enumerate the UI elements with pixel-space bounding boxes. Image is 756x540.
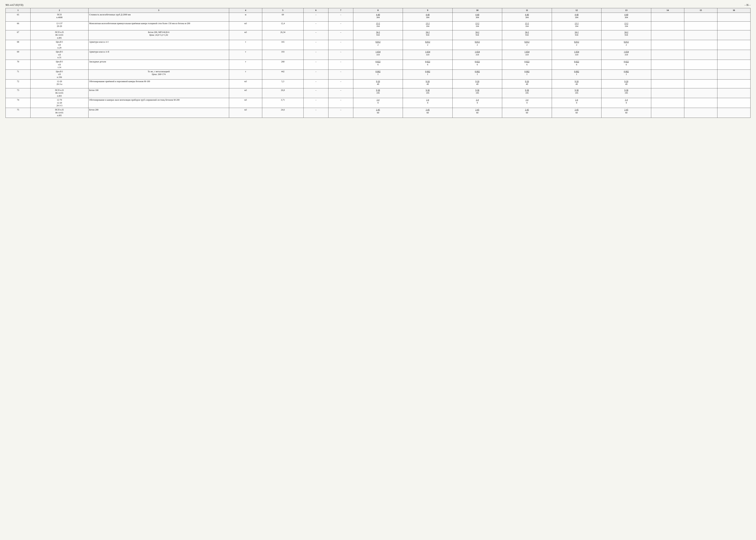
col-header-16: 16 [717,8,750,13]
row-col6: – [304,98,328,108]
row-col5: 165 [262,40,304,50]
row-col6: – [304,79,328,88]
col-header-15: 15 [684,8,717,13]
row-code: Цен.В Iт.IIп.31 [30,50,88,60]
row-desc: То же, с металлизациейЦена: 268+174 [88,69,229,79]
row-col13: 34,2918 [601,30,651,40]
row-col13: 0,0226 [601,60,651,69]
row-col12: 0,002I [552,69,601,79]
row-col16 [717,13,750,21]
row-col8: 2,49 [353,98,403,108]
row-code: ПСП п.I506-14-01п.I05 [30,30,88,40]
row-col7: – [328,50,353,60]
col-header-2: 2 [30,8,88,13]
row-col12: 2,49 [552,98,601,108]
row-col11: 9,2049 [502,79,552,88]
row-col16 [717,60,750,69]
row-col14 [651,30,684,40]
row-col10: 9,2049 [452,79,502,88]
table-row: 68Цен.В Iт.IIп.29Арматура класса А-Iт165… [6,40,750,50]
row-col9: 9,38195 [403,88,452,98]
row-col10: 2,49 [452,98,502,108]
row-num: 75 [6,108,31,118]
row-num: 67 [6,30,31,40]
row-col7: – [328,60,353,69]
table-row: 67ПСП п.I506-14-01п.I05Бетон 200, МРЗ-60… [6,30,750,40]
row-col14 [651,21,684,30]
row-col8: 2,4560 [353,108,403,118]
row-col13: 2,49 [601,98,651,108]
row-col15 [684,69,717,79]
row-col11: 1,654319 [502,50,552,60]
row-desc: Арматура класса А-I [88,40,229,50]
row-col5: 26,34 [262,30,304,40]
row-col14 [651,69,684,79]
row-col5: 24,6 [262,108,304,118]
row-col14 [651,79,684,88]
row-col15 [684,21,717,30]
row-num: 73 [6,88,31,98]
row-unit: т [229,50,262,60]
row-col15 [684,88,717,98]
row-col15 [684,108,717,118]
row-col10: 2,4560 [452,108,502,118]
row-col7: – [328,79,353,88]
row-col13: 1,654319 [601,50,651,60]
row-code: Цен.В Iт.IIт.14 [30,60,88,69]
row-code: Цен.В Iт.IIп.29 [30,40,88,50]
row-col9: 34,2918 [403,30,452,40]
row-col13: 9,2049 [601,79,651,88]
row-col11: 4,40304 [502,13,552,21]
col-header-8: 8 [353,8,403,13]
row-col8: 4,40304 [353,13,403,21]
row-num: 74 [6,98,31,108]
row-col6: – [304,88,328,98]
row-col5: 5,3 [262,79,304,88]
row-col15 [684,13,717,21]
col-header-10: 10 [452,8,502,13]
row-unit: т [229,69,262,79]
row-col15 [684,30,717,40]
row-col10: 1,654319 [452,50,502,60]
row-col16 [717,98,750,108]
row-col16 [717,108,750,118]
table-row: 73ПСП п.I306-14-01п.I03Бетон 100м320,8––… [6,88,750,98]
row-desc: Бетон 200, МРЗ-60,В-6Цена: 24,6+3,2×1,02 [88,30,229,40]
row-unit: м3 [229,30,262,40]
row-col9: 1,654319 [403,50,452,60]
row-col16 [717,40,750,50]
row-col16 [717,30,750,40]
row-col15 [684,79,717,88]
row-col15 [684,50,717,60]
row-col16 [717,21,750,30]
row-desc: Обетонирование приёмной и переливной кам… [88,79,229,88]
row-col16 [717,69,750,79]
row-desc: Закладные детали [88,60,229,69]
row-code: ПСП п.I506-14-01п.I05 [30,108,88,118]
row-col7: – [328,88,353,98]
row-col11: 0,002I [502,69,552,79]
row-col12: 9,2049 [552,79,601,88]
row-col7: – [328,30,353,40]
row-col8: 1,654319 [353,50,403,60]
table-row: 6612-13720-20Монолитная железобетонная п… [6,21,750,30]
row-col8: 13,2164 [353,21,403,30]
row-col8: 9,38195 [353,88,403,98]
row-col5: 69 [262,13,304,21]
col-header-6: 6 [304,8,328,13]
row-unit: т [229,60,262,69]
row-num: 69 [6,50,31,60]
row-col14 [651,40,684,50]
row-col14 [651,60,684,69]
row-col10: 0,002I [452,69,502,79]
row-col12: 2,4560 [552,108,601,118]
table-row: 69Цен.В Iт.IIп.31Арматура класса А-IIт19… [6,50,750,60]
row-col16 [717,50,750,60]
row-col11: 34,2918 [502,30,552,40]
row-col10: 34,2918 [452,30,502,40]
row-col10: 4,40304 [452,13,502,21]
row-col13: 2,4560 [601,108,651,118]
col-header-5: 5 [262,8,304,13]
row-col12: 1,654319 [552,50,601,60]
row-col14 [651,13,684,21]
